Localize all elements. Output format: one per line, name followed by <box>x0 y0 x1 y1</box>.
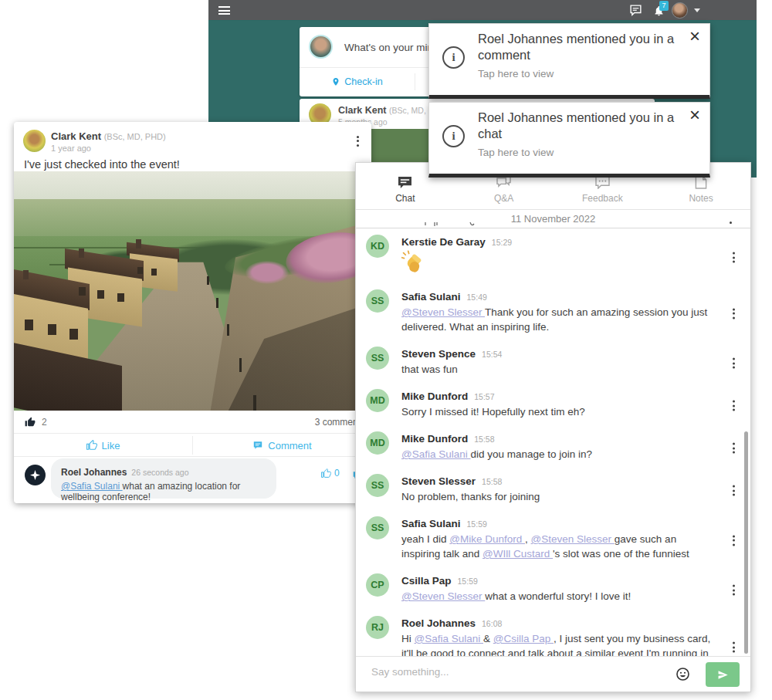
mention-link[interactable]: @Mike Dunford <box>449 533 525 545</box>
like-button[interactable]: Like <box>14 434 192 457</box>
post-photo[interactable] <box>14 171 371 411</box>
clipped-message-fragment <box>424 222 516 227</box>
message-menu-icon[interactable] <box>730 220 732 225</box>
thumbs-up-icon <box>25 417 36 428</box>
post-menu-icon[interactable] <box>357 134 359 148</box>
comment-like-count: 0 <box>334 468 340 479</box>
message-timestamp: 15:58 <box>474 435 494 444</box>
chat-message: SSSteven Slesser15:58No problem, thanks … <box>356 468 750 510</box>
sender-name: Safia Sulani <box>401 291 461 303</box>
message-timestamp: 15:49 <box>467 293 487 302</box>
message-timestamp: 15:54 <box>482 350 502 359</box>
sender-avatar: RJ <box>366 616 389 639</box>
send-button[interactable] <box>706 662 740 687</box>
thumbs-up-outline-icon <box>321 468 331 479</box>
sender-avatar: SS <box>366 347 389 370</box>
text-segment: , <box>525 533 531 545</box>
comment-timestamp: 26 seconds ago <box>131 468 188 477</box>
notification-count-badge: 7 <box>659 1 669 11</box>
message-menu-icon[interactable] <box>733 583 735 597</box>
sender-avatar: MD <box>366 431 389 455</box>
chat-input-bar <box>356 656 750 692</box>
mention-link[interactable]: @Safia Sulani <box>61 481 123 492</box>
post-actions-row: Like Comment <box>14 434 371 457</box>
message-text <box>401 250 715 277</box>
mention-link[interactable]: @Safia Sulani <box>401 448 471 460</box>
feedback-tab-icon <box>595 176 610 189</box>
text-segment: that was fun <box>401 364 458 375</box>
message-timestamp: 15:58 <box>482 477 502 486</box>
chat-input[interactable] <box>371 666 626 678</box>
message-text: @Safia Sulani did you manage to join in? <box>401 447 715 462</box>
sender-name: Mike Dunford <box>401 391 468 402</box>
sender-avatar: CP <box>366 573 389 597</box>
sender-name: Roel Johannes <box>401 617 476 629</box>
close-icon[interactable]: × <box>689 25 700 48</box>
clapping-hands-emoji <box>401 250 423 275</box>
sender-name: Steven Slesser <box>401 475 476 487</box>
post-window: Clark Kent (BSc, MD, PHD) 1 year ago I'v… <box>14 122 371 503</box>
emoji-picker-icon[interactable] <box>676 667 690 685</box>
chat-scrollbar[interactable] <box>744 431 748 654</box>
mention-link[interactable]: @Steven Slesser <box>531 533 615 545</box>
message-menu-icon[interactable] <box>733 483 735 498</box>
mention-link[interactable]: @Steven Slesser <box>401 590 485 602</box>
check-in-button[interactable]: Check-in <box>300 68 415 96</box>
chat-tab-icon <box>398 176 412 189</box>
text-segment: Hi <box>401 633 415 644</box>
sparkle-icon <box>30 470 40 480</box>
sender-avatar: SS <box>366 474 389 497</box>
chat-message: CPCsilla Pap15:59@Steven Slesser what a … <box>356 567 750 610</box>
message-text: No problem, thanks for joining <box>401 489 715 504</box>
mention-link[interactable]: @WIll Custard <box>482 548 553 560</box>
comment-button[interactable]: Comment <box>193 434 371 457</box>
text-segment: & <box>483 633 493 644</box>
user-avatar[interactable] <box>672 2 688 19</box>
hamburger-menu-icon[interactable] <box>218 6 230 15</box>
message-menu-icon[interactable] <box>733 356 735 370</box>
post-stats-row: 2 3 comments <box>14 411 371 434</box>
send-icon <box>716 669 730 681</box>
text-segment: yeah I did <box>401 533 449 545</box>
post-timestamp: 1 year ago <box>51 144 91 153</box>
message-timestamp: 15:59 <box>458 577 478 586</box>
message-text: that was fun <box>401 362 715 377</box>
text-segment: No problem, thanks for joining <box>401 491 540 502</box>
author-name: Clark Kent (BSc, MD, PHD) <box>51 130 166 142</box>
message-menu-icon[interactable] <box>733 533 735 547</box>
notification-toast[interactable]: i Roel Johannes mentioned you in a comme… <box>428 23 710 99</box>
comment-like-button[interactable]: 0 <box>321 468 340 479</box>
chevron-down-icon[interactable] <box>694 8 700 12</box>
message-text: Sorry I missed it! Hopefully next tim eh… <box>401 404 715 419</box>
sender-avatar: SS <box>366 289 389 313</box>
message-menu-icon[interactable] <box>733 306 735 320</box>
chat-message: MDMike Dunford15:58@Safia Sulani did you… <box>356 425 750 468</box>
message-menu-icon[interactable] <box>733 441 735 455</box>
notes-tab-icon <box>695 176 707 189</box>
message-timestamp: 16:08 <box>482 619 502 628</box>
message-menu-icon[interactable] <box>733 640 735 654</box>
sender-name: Safia Sulani <box>401 518 461 529</box>
message-text: yeah I did @Mike Dunford , @Steven Sless… <box>401 532 715 561</box>
sender-avatar: MD <box>366 389 389 412</box>
commenter-avatar <box>25 465 46 485</box>
message-menu-icon[interactable] <box>733 398 735 413</box>
messages-icon[interactable] <box>629 4 642 20</box>
close-icon[interactable]: × <box>689 104 700 127</box>
sender-name: Mike Dunford <box>401 433 468 445</box>
notification-title: Roel Johannes mentioned you in a comment <box>478 31 677 63</box>
chat-message: SSSafia Sulani15:59yeah I did @Mike Dunf… <box>356 510 750 567</box>
mention-link[interactable]: @Safia Sulani <box>415 633 484 644</box>
notification-toast[interactable]: i Roel Johannes mentioned you in a chat … <box>428 102 710 178</box>
chat-message: KDKerstie De Garay15:29 <box>356 228 750 283</box>
mention-link[interactable]: @Csilla Pap <box>493 633 554 644</box>
comment-icon <box>252 441 263 451</box>
sender-name: Steven Spence <box>401 348 476 360</box>
composer-avatar <box>309 35 333 59</box>
sender-avatar: KD <box>366 235 389 258</box>
app-topbar: 7 <box>208 0 757 21</box>
message-menu-icon[interactable] <box>733 250 735 265</box>
author-avatar <box>23 130 46 152</box>
notification-subtitle: Tap here to view <box>478 68 554 79</box>
mention-link[interactable]: @Steven Slesser <box>401 306 485 318</box>
